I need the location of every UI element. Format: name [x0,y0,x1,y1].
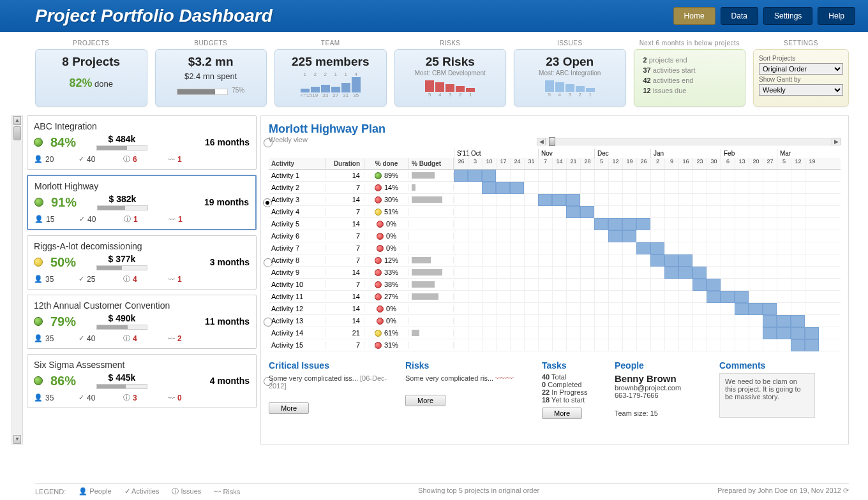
nav-home[interactable]: Home [673,7,715,25]
nav-data[interactable]: Data [721,7,758,25]
gantt-cells [454,182,841,194]
bottom-panels: Critical Issues Some very complicated is… [269,360,841,419]
more-button[interactable]: More [542,408,582,419]
activity-done: 89% [364,172,409,179]
slider-thumb[interactable] [549,137,555,146]
status-dot [375,330,382,337]
gantt-chart: S'11OctNovDecJanFebMar Activity Duration… [269,149,841,351]
gantt-row: Activity 5 14 0% [269,218,841,230]
activity-budget [409,257,454,263]
kpi-card[interactable]: 2 projects end37 activities start42 acti… [634,49,746,107]
activity-done: 0% [364,305,409,312]
project-name: Riggs-A-lot decomissioning [34,241,250,251]
stat-risks: 〰 1 [168,215,206,224]
scroll-thumb[interactable] [13,126,21,140]
legend-label: LEGEND: [35,488,66,496]
activity-done: 0% [364,220,409,228]
kpi-card[interactable]: 8 Projects 82% done [35,49,147,107]
gantt-row: Activity 13 14 0% [269,315,841,327]
activity-name: Activity 14 [269,329,326,337]
activity-duration: 7 [326,244,364,252]
stat-risks: 〰 2 [168,334,205,343]
stat-activities: ✓ 40 [79,155,116,164]
status-dot [375,269,382,276]
project-card[interactable]: Riggs-A-lot decomissioning 50% $ 377k 3 … [27,235,257,290]
gantt-months: S'11OctNovDecJanFebMar [454,149,841,158]
project-name: Morlott Highway [34,181,249,191]
kpi-label: SETTINGS [753,40,849,47]
gantt-cells [454,327,841,339]
timeline-slider[interactable]: ◀ ▶ [537,138,841,145]
status-dot [377,305,384,312]
trend-icon: 〰 [168,335,175,342]
app-title: Project Portfolio Dashboard [35,6,273,26]
stat-risks: 〰 1 [168,155,205,164]
kpi-team: TEAM 225 members 122114 <=151923273135 [274,40,387,107]
project-budget: $ 490k [96,313,147,323]
kpi-card[interactable]: 25 Risks Most: CBM Development 54321 [394,49,507,107]
activity-name: Activity 4 [269,208,326,216]
risk-text: Some very complicated ris... [405,374,493,382]
activity-name: Activity 10 [269,281,326,288]
activity-name: Activity 8 [269,256,326,264]
person-icon: 👤 [34,393,43,402]
nav-help[interactable]: Help [818,7,855,25]
gantt-cells [454,170,841,182]
col-done: % done [364,158,409,169]
gantt-cells [454,291,841,303]
more-button[interactable]: More [269,402,309,414]
project-pct: 79% [50,314,89,329]
footer: LEGEND: 👤 People ✓ Activities ⓘ Issues 〰… [35,483,849,496]
project-card[interactable]: 12th Annual Customer Convention 79% $ 49… [27,295,257,349]
activity-budget [409,342,454,348]
info-icon: ⓘ [123,274,130,284]
kpi-card[interactable]: 23 Open Most: ABC Integration 54321 [514,49,626,107]
project-card[interactable]: Six Sigma Assessment 86% $ 445k 4 months… [27,354,257,408]
gantt-header: Activity Duration % done % Budget 263101… [269,158,841,170]
activity-name: Activity 7 [269,244,326,252]
gantt-cells [454,303,841,315]
slider-left-icon[interactable]: ◀ [537,138,546,145]
activity-duration: 14 [326,172,364,179]
scroll-down-icon[interactable]: ▼ [13,435,21,444]
gantt-row: Activity 15 7 31% [269,339,841,351]
kpi-label: ISSUES [514,40,626,47]
check-icon: ✓ [124,487,130,495]
project-budget: $ 382k [97,194,148,204]
project-pct: 50% [50,255,89,270]
nav-settings[interactable]: Settings [763,7,812,25]
kpi-card[interactable]: 225 members 122114 <=151923273135 [274,49,387,107]
person-icon: 👤 [34,275,43,283]
kpi-label: RISKS [394,40,507,47]
project-scrollbar[interactable]: ▲ ▼ [11,115,23,445]
refresh-icon[interactable]: ⟳ [843,487,849,494]
team-size: Team size: 15 [615,409,710,417]
activity-done: 12% [364,256,409,264]
kpi-card[interactable]: $3.2 mn $2.4 mn spent 75% [155,49,267,107]
activity-budget [409,209,454,215]
activity-duration: 14 [326,317,364,325]
gantt-row: Activity 2 7 14% [269,182,841,194]
kpi-sub: 82% done [42,77,140,90]
gantt-cells [454,254,841,267]
activity-done: 27% [364,293,409,300]
project-card[interactable]: Morlott Highway 91% $ 382k 19 months 👤 1… [27,175,257,230]
project-budget: $ 445k [96,372,147,383]
footer-center: Showing top 5 projects in original order [418,487,539,496]
gantt-select[interactable]: Weekly [759,84,843,96]
more-button[interactable]: More [405,395,445,406]
sort-select[interactable]: Original Order [759,63,843,75]
kpi-card: Sort Projects Original Order Show Gantt … [753,49,849,107]
slider-right-icon[interactable]: ▶ [832,138,841,145]
stat-issues: ⓘ 3 [123,393,160,402]
stat-activities: ✓ 40 [79,215,116,224]
gantt-cells [454,230,841,242]
project-card[interactable]: ABC Integration 84% $ 484k 16 months 👤 2… [27,115,257,170]
panel-heading: Comments [719,360,815,371]
activity-done: 33% [364,268,409,276]
activity-done: 61% [364,329,409,337]
gantt-cells [454,218,841,230]
scroll-up-icon[interactable]: ▲ [13,116,21,125]
legend-people: 👤 People [79,487,111,496]
stat-issues: ⓘ 1 [124,214,161,224]
